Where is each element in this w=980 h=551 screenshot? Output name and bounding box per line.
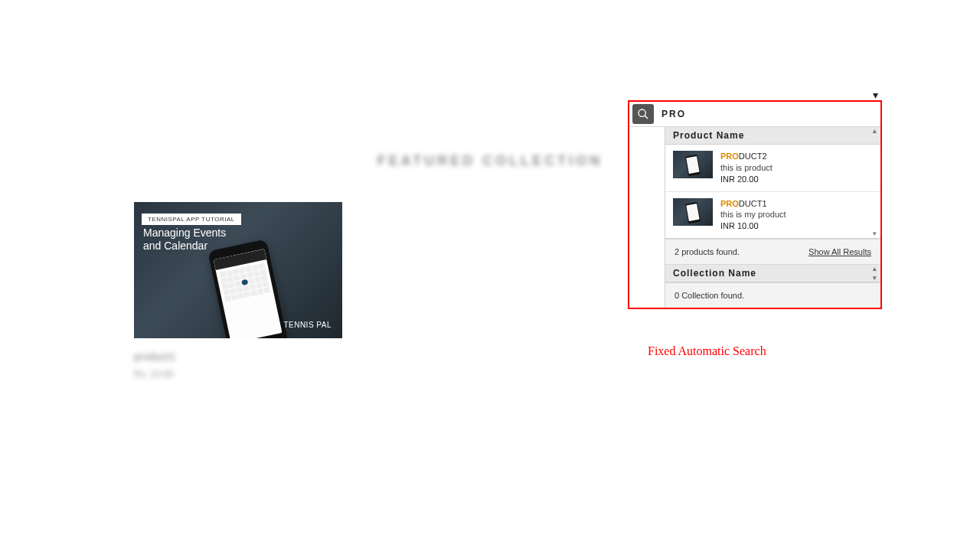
result-thumbnail xyxy=(673,151,713,178)
scroll-down-icon[interactable]: ▾ xyxy=(873,230,879,236)
collection-section-header: Collection Name ▴ ▾ xyxy=(665,265,880,282)
featured-collection-heading: FEATURED COLLECTION xyxy=(377,153,603,169)
products-found-text: 2 products found. xyxy=(675,247,740,256)
result-description: this is product xyxy=(720,162,773,174)
search-button[interactable] xyxy=(632,104,654,124)
search-input[interactable] xyxy=(657,109,880,119)
product-name: product1 xyxy=(134,350,342,363)
result-thumbnail xyxy=(673,198,713,226)
svg-line-1 xyxy=(645,116,648,119)
collections-footer: 0 Collection found. xyxy=(665,282,880,308)
product-section-header: Product Name ▴ xyxy=(665,127,880,145)
svg-point-0 xyxy=(639,109,645,116)
scroll-up-icon[interactable]: ▴ xyxy=(873,128,879,134)
search-icon xyxy=(637,108,649,120)
result-title: PRODUCT1 xyxy=(720,198,786,210)
annotation-caption: Fixed Automatic Search xyxy=(648,344,766,358)
search-result-item[interactable]: PRODUCT2 this is product INR 20.00 xyxy=(665,145,880,192)
show-all-results-link[interactable]: Show All Results xyxy=(808,247,871,256)
product-price: Rs. 10.00 xyxy=(134,369,342,380)
collections-found-text: 0 Collection found. xyxy=(675,291,744,300)
search-bar xyxy=(629,102,880,126)
products-footer: 2 products found. Show All Results xyxy=(665,239,880,265)
thumbnail-title: Managing Events and Calendar xyxy=(143,227,226,253)
corner-mark: ▾ xyxy=(873,89,878,101)
result-description: this is my product xyxy=(720,209,786,220)
product-card[interactable]: TENNISPAL APP TUTORIAL Managing Events a… xyxy=(134,202,342,380)
phone-mockup xyxy=(207,239,288,338)
scroll-up-icon[interactable]: ▴ xyxy=(873,266,879,272)
search-result-item[interactable]: PRODUCT1 this is my product INR 10.00 ▾ xyxy=(665,192,880,240)
result-price: INR 20.00 xyxy=(720,174,773,185)
search-panel: Product Name ▴ PRODUCT2 this is product … xyxy=(628,100,882,309)
scroll-down-icon[interactable]: ▾ xyxy=(873,275,879,281)
result-title: PRODUCT2 xyxy=(720,151,773,162)
product-thumbnail[interactable]: TENNISPAL APP TUTORIAL Managing Events a… xyxy=(134,202,342,338)
thumbnail-label: TENNISPAL APP TUTORIAL xyxy=(142,214,241,225)
thumbnail-logo: TENNIS PAL xyxy=(283,321,332,329)
search-results: Product Name ▴ PRODUCT2 this is product … xyxy=(629,126,880,308)
result-price: INR 10.00 xyxy=(720,220,786,232)
